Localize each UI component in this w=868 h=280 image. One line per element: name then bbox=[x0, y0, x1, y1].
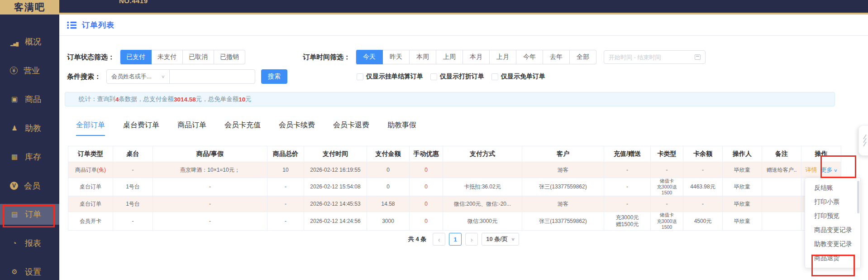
column-header: 商品总价 bbox=[267, 146, 304, 162]
tab-6[interactable]: 助教事假 bbox=[387, 121, 416, 136]
time-filter-option-7[interactable]: 去年 bbox=[543, 50, 570, 64]
menu-item-0[interactable]: 反结账 bbox=[805, 181, 860, 195]
column-header: 操作 bbox=[801, 146, 841, 162]
stats-text: 统计：查询到 bbox=[79, 95, 115, 103]
tab-0[interactable]: 全部订单 bbox=[76, 121, 105, 136]
sidebar-item-settings[interactable]: ⚙设置 bbox=[0, 261, 59, 280]
checkbox-icon[interactable] bbox=[357, 73, 363, 80]
sidebar-item-overview[interactable]: ▂▅█概况 bbox=[0, 31, 59, 52]
status-filter-label: 订单状态筛选： bbox=[67, 53, 114, 62]
stock-icon: ▦ bbox=[10, 152, 19, 161]
page-size-select[interactable]: 10 条/页 ∨ bbox=[482, 233, 519, 246]
table-cell: - bbox=[651, 196, 683, 212]
filter-checkbox-2[interactable]: 仅显示免单订单 bbox=[491, 72, 545, 81]
tab-1[interactable]: 桌台费订单 bbox=[123, 121, 159, 136]
table-cell: 桌台订单 bbox=[68, 178, 113, 196]
table-cell: - bbox=[153, 212, 267, 230]
current-page-button[interactable]: 1 bbox=[449, 233, 462, 246]
store-number: NO.4419 bbox=[119, 0, 148, 5]
search-input[interactable] bbox=[169, 69, 255, 84]
table-cell: 1号台 bbox=[113, 178, 153, 196]
checkbox-icon[interactable] bbox=[491, 73, 498, 80]
time-filter-option-0[interactable]: 今天 bbox=[356, 50, 383, 64]
search-button[interactable]: 搜索 bbox=[261, 69, 287, 84]
status-filter-option-3[interactable]: 已撤销 bbox=[214, 50, 245, 64]
search-field-select[interactable]: 会员姓名或手... ∨ bbox=[106, 69, 170, 84]
sidebar-item-reports[interactable]: ◔报表 bbox=[0, 233, 59, 254]
table-cell: - bbox=[651, 162, 683, 178]
menu-item-5[interactable]: 商品退货 bbox=[805, 251, 860, 265]
sidebar-item-label: 助教 bbox=[25, 123, 41, 134]
filter-checkbox-0[interactable]: 仅显示挂单结算订单 bbox=[357, 72, 423, 81]
time-filter-option-8[interactable]: 全部 bbox=[570, 50, 596, 64]
topbar: NO.4419 bbox=[59, 0, 868, 13]
stats-text: 条数据，总支付金额 bbox=[119, 95, 174, 103]
date-range-field[interactable] bbox=[609, 54, 695, 61]
filter-checkbox-1[interactable]: 仅显示打折订单 bbox=[430, 72, 484, 81]
prev-page-button[interactable]: ‹ bbox=[433, 233, 445, 246]
menu-item-1[interactable]: 打印小票 bbox=[805, 195, 860, 209]
menu-item-3[interactable]: 商品变更记录 bbox=[805, 223, 860, 237]
time-filter-option-4[interactable]: 本月 bbox=[463, 50, 490, 64]
menu-item-4[interactable]: 助教变更记录 bbox=[805, 237, 860, 251]
table-cell: 1号台 bbox=[113, 196, 153, 212]
chevron-down-icon: ∨ bbox=[834, 168, 838, 173]
menu-scrollbar[interactable] bbox=[857, 181, 859, 213]
table-cell: - bbox=[683, 196, 723, 212]
checkbox-row: 仅显示挂单结算订单仅显示打折订单仅显示免单订单 bbox=[357, 69, 545, 84]
table-cell: - bbox=[604, 162, 651, 178]
table-row: 商品订单(免)-燕京啤酒：10×1=10元；102026-02-12 16:19… bbox=[68, 162, 841, 178]
page-size-value: 10 条/页 bbox=[486, 235, 508, 243]
sidebar-item-goods[interactable]: ▣商品 bbox=[0, 89, 59, 110]
sidebar-item-label: 商品 bbox=[25, 94, 41, 105]
column-header: 客户 bbox=[522, 146, 604, 162]
time-filter-option-5[interactable]: 上月 bbox=[490, 50, 516, 64]
table-cell: 2026-02-12 16:19:55 bbox=[304, 162, 367, 178]
table-cell: 4500元 bbox=[683, 212, 723, 230]
time-filter-option-3[interactable]: 上周 bbox=[436, 50, 463, 64]
app-screen: NO.4419 客满吧 ▂▅█概况¥营业▣商品♟助教▦库存V会员▤订单◔报表⚙设… bbox=[0, 0, 868, 280]
table-cell: - bbox=[604, 196, 651, 212]
table-cell: 2026-02-12 15:54:08 bbox=[304, 178, 367, 196]
table-cell: 商品订单(免) bbox=[68, 162, 113, 178]
tab-3[interactable]: 会员卡充值 bbox=[224, 121, 261, 136]
time-filter-option-1[interactable]: 昨天 bbox=[383, 50, 410, 64]
date-range-input[interactable] bbox=[604, 50, 706, 64]
table-cell bbox=[762, 178, 801, 196]
checkbox-icon[interactable] bbox=[430, 73, 437, 80]
order-tabs: 全部订单桌台费订单商品订单会员卡充值会员卡续费会员卡退费助教事假 bbox=[76, 121, 416, 136]
tab-4[interactable]: 会员卡续费 bbox=[279, 121, 315, 136]
header-divider bbox=[59, 35, 868, 36]
more-link[interactable]: 更多 ∨ bbox=[820, 166, 837, 173]
sidebar-item-assistant[interactable]: ♟助教 bbox=[0, 118, 59, 139]
sidebar-item-orders[interactable]: ▤订单 bbox=[0, 204, 59, 225]
next-page-button[interactable]: › bbox=[465, 233, 478, 246]
status-filter-group: 已支付未支付已取消已撤销 bbox=[120, 50, 245, 64]
drawer-handle[interactable] bbox=[858, 125, 868, 156]
business-icon: ¥ bbox=[10, 67, 18, 74]
sidebar-menu: ▂▅█概况¥营业▣商品♟助教▦库存V会员▤订单◔报表⚙设置 bbox=[0, 14, 59, 280]
table-cell: 微信:3000元 bbox=[443, 212, 522, 230]
main-content: 订单列表 订单状态筛选： 已支付未支付已取消已撤销 订单时间筛选： 今天昨天本周… bbox=[59, 14, 868, 280]
time-filter-option-2[interactable]: 本周 bbox=[410, 50, 436, 64]
table-cell: - bbox=[153, 196, 267, 212]
table-cell: - bbox=[267, 178, 304, 196]
table-cell bbox=[762, 212, 801, 230]
page-title: 订单列表 bbox=[82, 20, 114, 30]
detail-link[interactable]: 详情 bbox=[805, 166, 817, 173]
list-icon bbox=[67, 21, 76, 29]
sidebar-item-stock[interactable]: ▦库存 bbox=[0, 146, 59, 167]
tab-5[interactable]: 会员卡退费 bbox=[333, 121, 369, 136]
table-cell: - bbox=[113, 212, 153, 230]
status-filter-option-1[interactable]: 未支付 bbox=[152, 50, 183, 64]
menu-item-2[interactable]: 打印预览 bbox=[805, 209, 860, 223]
table-header-row: 订单类型桌台商品/事假商品总价支付时间支付金额手动优惠支付方式客户充值/赠送卡类… bbox=[68, 146, 841, 162]
table-cell: 4463.98元 bbox=[683, 178, 723, 196]
sidebar-item-member[interactable]: V会员 bbox=[0, 175, 59, 196]
checkbox-label: 仅显示免单订单 bbox=[501, 72, 545, 81]
status-filter-option-2[interactable]: 已取消 bbox=[183, 50, 214, 64]
status-filter-option-0[interactable]: 已支付 bbox=[120, 50, 152, 64]
sidebar-item-business[interactable]: ¥营业 bbox=[0, 60, 59, 81]
time-filter-option-6[interactable]: 今年 bbox=[516, 50, 543, 64]
tab-2[interactable]: 商品订单 bbox=[177, 121, 206, 136]
